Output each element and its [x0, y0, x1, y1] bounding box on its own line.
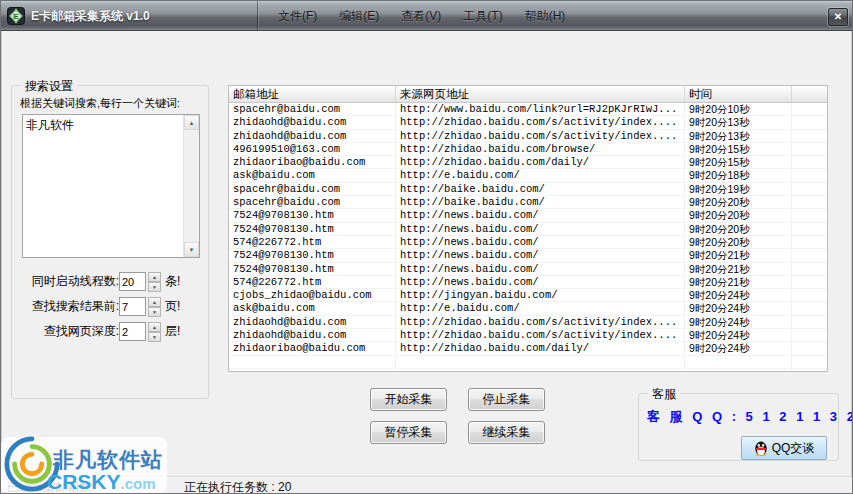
spin-up-icon[interactable]: ▲: [148, 272, 161, 282]
cell-url: http://baike.baidu.com/: [396, 183, 685, 195]
cell-email: 7524@9708130.htm: [229, 209, 396, 221]
cell-url: http://e.baidu.com/: [396, 302, 685, 314]
results-table[interactable]: 邮箱地址 来源网页地址 时间 spacehr@baidu.comhttp://w…: [228, 85, 828, 372]
cell-rest: [792, 369, 827, 372]
pages-stepper[interactable]: ▲ ▼: [148, 297, 161, 316]
table-row[interactable]: ask@baidu.comhttp://e.baidu.com/9时20分18秒: [229, 169, 827, 182]
table-row[interactable]: 7524@9708130.htmhttp://news.baidu.com/9时…: [229, 223, 827, 236]
app-window: { "window": { "title": "E卡邮箱采集系统 v1.0", …: [0, 0, 853, 494]
cell-email: 7524@9708130.htm: [229, 223, 396, 235]
cell-email: zhidaohd@baidu.com: [229, 329, 396, 341]
depth-suffix: 层!: [165, 322, 180, 341]
table-row[interactable]: 7524@9708130.htmhttp://news.baidu.com/9时…: [229, 263, 827, 276]
table-row[interactable]: 574@226772.htmhttp://news.baidu.com/9时20…: [229, 236, 827, 249]
spin-down-icon[interactable]: ▼: [148, 282, 161, 292]
table-row[interactable]: zhidaohd@baidu.comhttp://zhidao.baidu.co…: [229, 316, 827, 329]
search-settings-title: 搜索设置: [21, 78, 77, 95]
cell-email: 574@226772.htm: [229, 236, 396, 248]
depth-input[interactable]: [119, 322, 146, 341]
cell-email: 7524@9708130.htm: [229, 263, 396, 275]
cell-time: 9时20分24秒: [685, 342, 792, 354]
stop-collect-button[interactable]: 停止采集: [468, 388, 545, 411]
close-button[interactable]: ✕: [828, 8, 848, 26]
cell-url: http://zhidao.baidu.com/daily/: [396, 156, 685, 168]
table-row[interactable]: cjobs_zhidao@baidu.comhttp://jingyan.bai…: [229, 289, 827, 302]
scroll-down-icon[interactable]: ▼: [184, 242, 199, 257]
table-row[interactable]: 496199510@163.comhttp://zhidao.baidu.com…: [229, 143, 827, 156]
menu-item-help[interactable]: 帮助(H): [514, 1, 577, 31]
table-row[interactable]: spacehr@baidu.comhttp://www.baidu.com/li…: [229, 103, 827, 116]
table-row[interactable]: 7524@9708130.htmhttp://news.baidu.com/9时…: [229, 209, 827, 222]
cell-email: zhidaohd@baidu.com: [229, 316, 396, 328]
menu-item-edit[interactable]: 编辑(E): [328, 1, 390, 31]
cell-url: http://www.baidu.com/link?url=RJ2pKJrRIw…: [396, 103, 685, 115]
cell-rest: [792, 289, 827, 301]
column-header-time[interactable]: 时间: [685, 86, 792, 102]
resume-collect-button[interactable]: 继续采集: [468, 421, 545, 444]
table-row[interactable]: zhidaoribao@baidu.comhttp://zhidao.baidu…: [229, 342, 827, 355]
column-header-email[interactable]: 邮箱地址: [229, 86, 396, 102]
cell-rest: [792, 116, 827, 128]
cell-rest: [792, 302, 827, 314]
table-row[interactable]: 574@226772.htmhttp://news.baidu.com/9时20…: [229, 276, 827, 289]
cell-rest: [792, 356, 827, 368]
cell-email: [229, 356, 396, 368]
pause-collect-button[interactable]: 暂停采集: [370, 421, 447, 444]
menu-item-view[interactable]: 查看(V): [390, 1, 452, 31]
column-header-url[interactable]: 来源网页地址: [396, 86, 685, 102]
table-row[interactable]: [229, 369, 827, 372]
cell-time: 9时20分21秒: [685, 263, 792, 275]
table-row[interactable]: zhidaohd@baidu.comhttp://zhidao.baidu.co…: [229, 116, 827, 129]
cell-time: 9时20分15秒: [685, 143, 792, 155]
table-header: 邮箱地址 来源网页地址 时间: [229, 86, 827, 103]
cell-rest: [792, 196, 827, 208]
threads-suffix: 条!: [165, 272, 180, 291]
cell-rest: [792, 209, 827, 221]
cell-rest: [792, 329, 827, 341]
table-row[interactable]: ask@baidu.comhttp://e.baidu.com/9时20分24秒: [229, 302, 827, 315]
keywords-input[interactable]: 非凡软件: [23, 115, 183, 257]
table-row[interactable]: zhidaohd@baidu.comhttp://zhidao.baidu.co…: [229, 130, 827, 143]
table-row[interactable]: zhidaohd@baidu.comhttp://zhidao.baidu.co…: [229, 329, 827, 342]
cell-email: spacehr@baidu.com: [229, 183, 396, 195]
pages-suffix: 页!: [165, 297, 180, 316]
threads-input[interactable]: [119, 272, 146, 291]
cell-rest: [792, 249, 827, 261]
cell-email: [229, 369, 396, 372]
titlebar-divider: [257, 1, 258, 31]
keywords-scrollbar[interactable]: ▲ ▼: [183, 115, 199, 257]
start-collect-button[interactable]: 开始采集: [370, 388, 447, 411]
cell-url: http://news.baidu.com/: [396, 223, 685, 235]
table-row[interactable]: spacehr@baidu.comhttp://baike.baidu.com/…: [229, 196, 827, 209]
crsky-watermark: 非凡软件站 CRSKY.com: [1, 434, 176, 494]
cell-email: cjobs_zhidao@baidu.com: [229, 289, 396, 301]
menu-item-tools[interactable]: 工具(T): [452, 1, 513, 31]
menu-item-file[interactable]: 文件(F): [267, 1, 328, 31]
threads-stepper[interactable]: ▲ ▼: [148, 272, 161, 291]
cell-time: [685, 356, 792, 368]
qq-chat-button[interactable]: QQ交谈: [741, 436, 827, 460]
cell-url: http://news.baidu.com/: [396, 249, 685, 261]
qq-penguin-icon: [754, 440, 768, 456]
table-row[interactable]: zhidaoribao@baidu.comhttp://zhidao.baidu…: [229, 156, 827, 169]
service-group: 客服 客 服 Q Q : 5 1 2 1 1 3 2 1 6 QQ交谈: [638, 393, 839, 461]
search-settings-group: 搜索设置 根据关键词搜索,每行一个关键词: 非凡软件 ▲ ▼ 同时启动线程数: …: [11, 85, 209, 399]
pages-input[interactable]: [119, 297, 146, 316]
spin-down-icon[interactable]: ▼: [148, 332, 161, 342]
scroll-up-icon[interactable]: ▲: [184, 115, 199, 130]
table-row[interactable]: spacehr@baidu.comhttp://baike.baidu.com/…: [229, 183, 827, 196]
depth-stepper[interactable]: ▲ ▼: [148, 322, 161, 341]
spin-up-icon[interactable]: ▲: [148, 322, 161, 332]
table-row[interactable]: [229, 356, 827, 369]
cell-rest: [792, 263, 827, 275]
cell-rest: [792, 236, 827, 248]
spin-down-icon[interactable]: ▼: [148, 307, 161, 317]
table-row[interactable]: 7524@9708130.htmhttp://news.baidu.com/9时…: [229, 249, 827, 262]
cell-url: http://zhidao.baidu.com/s/activity/index…: [396, 316, 685, 328]
service-qq-number: 客 服 Q Q : 5 1 2 1 1 3 2 1 6: [647, 408, 853, 426]
cell-url: http://baike.baidu.com/: [396, 196, 685, 208]
cell-email: zhidaohd@baidu.com: [229, 116, 396, 128]
email-table-body: spacehr@baidu.comhttp://www.baidu.com/li…: [229, 103, 827, 372]
spin-up-icon[interactable]: ▲: [148, 297, 161, 307]
cell-rest: [792, 276, 827, 288]
